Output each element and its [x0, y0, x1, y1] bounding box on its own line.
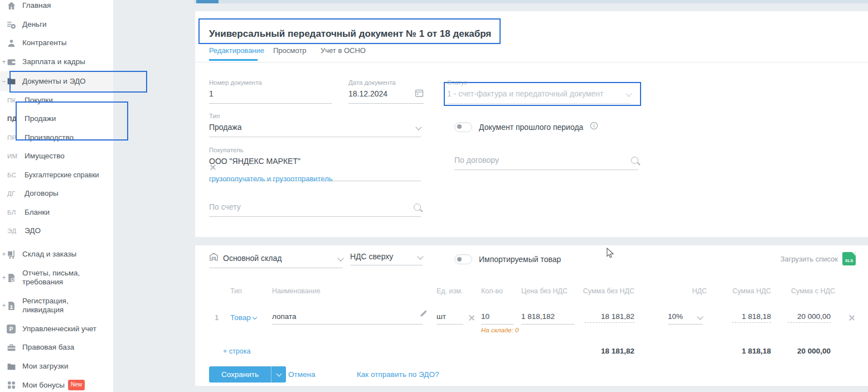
sidebar-item-label: Деньги — [22, 20, 106, 29]
wallet-icon — [6, 57, 16, 67]
sidebar-item-bonuses[interactable]: Мои бонусыNew — [0, 376, 113, 392]
chevron-down-icon[interactable] — [416, 122, 421, 132]
info-icon[interactable] — [590, 122, 598, 132]
search-icon[interactable] — [631, 156, 638, 166]
sidebar-item-home[interactable]: Главная — [0, 0, 113, 14]
row-vat-select[interactable]: 10% — [668, 312, 702, 325]
status-field: Статус — [447, 79, 631, 104]
row-number: 1 — [215, 313, 219, 322]
sidebar-item-money[interactable]: Деньги — [0, 16, 113, 33]
clear-icon[interactable] — [209, 164, 216, 171]
consignee-link[interactable]: грузополучатель и грузоотправитель — [209, 175, 333, 183]
contract-search-field — [454, 155, 638, 170]
save-dropdown-button[interactable] — [271, 366, 286, 383]
tab-preview[interactable]: Просмотр — [273, 46, 306, 55]
delete-row-icon[interactable] — [848, 314, 855, 321]
col-header-qty: Кол-во — [481, 287, 503, 295]
sidebar-item-label: Правовая база — [22, 343, 106, 352]
row-unit-input[interactable]: шт — [437, 312, 463, 325]
past-period-toggle[interactable] — [454, 122, 472, 132]
sidebar-item-production[interactable]: ПР Производство — [0, 129, 113, 147]
chevron-down-icon[interactable] — [337, 255, 343, 261]
chevron-down-icon — [252, 315, 256, 320]
row-name-input[interactable]: лопата — [272, 312, 423, 325]
tab-editing[interactable]: Редактирование — [209, 46, 264, 55]
sidebar-item-purchases[interactable]: ПК Покупки — [0, 91, 113, 109]
sidebar-item-blanks[interactable]: БЛ Бланки — [0, 204, 113, 221]
top-scrollbar-track[interactable] — [194, 0, 868, 3]
search-icon[interactable] — [414, 203, 421, 213]
row-qty-input[interactable]: 10 — [481, 312, 513, 325]
sidebar-item-label: Склад и заказы — [22, 250, 106, 259]
item-prefix: ПР — [7, 134, 22, 141]
col-header-name: Наименование — [272, 287, 321, 295]
past-period-label: Документ прошлого периода — [479, 123, 583, 132]
sidebar-item-label: Регистрация, ликвидация — [22, 297, 84, 314]
field-label: Покупатель — [209, 147, 421, 153]
warehouse-field: Основной склад — [209, 252, 343, 268]
sidebar-item-contracts[interactable]: ДГ Договоры — [0, 185, 113, 202]
chevron-down-icon[interactable] — [417, 253, 423, 259]
edit-pencil-icon[interactable] — [419, 309, 428, 320]
sidebar-item-accounting-notes[interactable]: БС Бухгалтерские справки — [0, 166, 113, 184]
warehouse-select[interactable]: Основной склад — [223, 254, 334, 263]
save-button[interactable]: Сохранить — [209, 366, 271, 383]
sidebar-item-documents-edo[interactable]: − Документы и ЭДО — [0, 71, 113, 91]
edo-help-link[interactable]: Как отправить по ЭДО? — [357, 370, 439, 379]
top-scrollbar-thumb[interactable] — [196, 0, 219, 3]
row-vat-sum: 1 818,18 — [732, 312, 771, 323]
total-sum-no-vat: 18 181,82 — [584, 347, 634, 355]
item-prefix: ЭД — [7, 228, 22, 234]
sidebar-item-property[interactable]: ИМ Имущество — [0, 147, 113, 165]
sidebar-item-salary[interactable]: + Зарплата и кадры — [0, 53, 113, 71]
save-split-button[interactable]: Сохранить — [209, 366, 286, 383]
sidebar-item-sales[interactable]: ПД Продажи — [0, 110, 113, 128]
clear-unit-icon[interactable] — [468, 314, 474, 321]
col-header-type: Тип — [230, 287, 242, 295]
sidebar-item-label: Главная — [22, 1, 106, 10]
money-icon — [6, 20, 16, 30]
buyer-input[interactable] — [209, 157, 421, 166]
vat-mode-select[interactable]: НДС сверху — [350, 252, 414, 261]
contract-search-input[interactable] — [454, 156, 638, 164]
col-header-sum-with-vat: Сумма с НДС — [788, 287, 835, 295]
vat-mode-field: НДС сверху — [350, 252, 423, 265]
xls-icon[interactable]: XLS — [842, 252, 856, 265]
total-sum-with-vat: 20 000,00 — [788, 347, 831, 355]
upload-list-control[interactable]: Загрузить список XLS — [780, 252, 856, 265]
item-prefix: ПК — [7, 97, 22, 104]
sidebar-item-downloads[interactable]: Мои загрузки — [0, 357, 113, 375]
invoice-search-input[interactable] — [209, 202, 421, 211]
sidebar-item-reports[interactable]: + Отчеты, письма, требования — [0, 267, 113, 289]
row-type-select[interactable]: Товар — [230, 313, 256, 322]
sidebar-item-label: Документы и ЭДО — [22, 77, 106, 86]
sidebar-item-edo[interactable]: ЭД ЭДО — [0, 222, 113, 240]
chevron-down-icon — [627, 88, 631, 98]
sidebar-item-management[interactable]: P Управленческий учет — [0, 320, 113, 338]
cancel-button[interactable]: Отмена — [288, 370, 315, 379]
import-toggle[interactable] — [454, 254, 472, 264]
warehouse-icon — [209, 252, 219, 264]
sidebar-item-contractors[interactable]: Контрагенты — [0, 34, 113, 52]
add-row-link[interactable]: + строка — [223, 347, 250, 355]
chevron-down-icon — [697, 313, 703, 320]
type-select[interactable] — [209, 123, 421, 132]
downloads-folder-icon — [6, 361, 16, 371]
sidebar-item-warehouse[interactable]: + Склад и заказы — [0, 245, 113, 263]
tab-osno[interactable]: Учет в ОСНО — [321, 46, 366, 55]
sidebar-item-label: Производство — [25, 133, 108, 142]
row-sum-with-vat: 20 000,00 — [788, 312, 831, 323]
col-header-price: Цена без НДС — [521, 287, 568, 295]
sidebar-item-label: Имущество — [25, 152, 108, 161]
sidebar-item-registration[interactable]: + Регистрация, ликвидация — [0, 294, 113, 317]
total-vat-sum: 1 818,18 — [732, 347, 771, 355]
sidebar-item-legal-base[interactable]: Правовая база — [0, 338, 113, 356]
doc-date-input[interactable] — [348, 89, 424, 98]
sidebar-item-label: Продажи — [25, 114, 108, 123]
bonuses-icon — [6, 380, 16, 390]
calendar-icon[interactable] — [415, 89, 424, 100]
doc-number-input[interactable] — [209, 89, 332, 98]
mouse-cursor — [606, 248, 614, 261]
row-price-input[interactable]: 1 818,182 — [521, 312, 574, 325]
sidebar-item-label: Управленческий учет — [22, 325, 106, 333]
